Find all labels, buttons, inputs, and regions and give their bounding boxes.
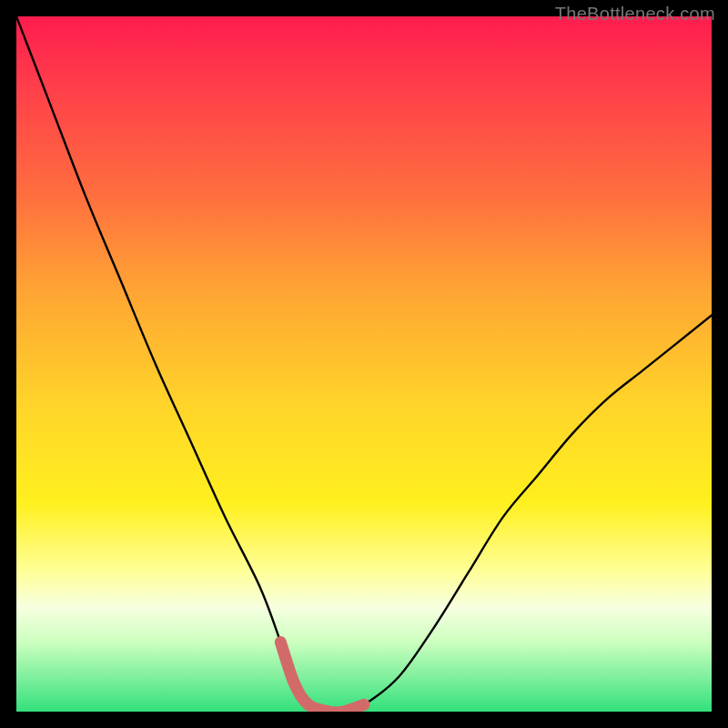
bottleneck-curve [16, 16, 712, 712]
curve-path [16, 16, 712, 712]
chart-frame: TheBottleneck.com [0, 0, 728, 728]
highlight-segment [280, 642, 364, 712]
curve-layer [16, 16, 712, 712]
watermark-text: TheBottleneck.com [555, 4, 715, 25]
highlight-path [280, 642, 364, 712]
plot-area [16, 16, 712, 712]
